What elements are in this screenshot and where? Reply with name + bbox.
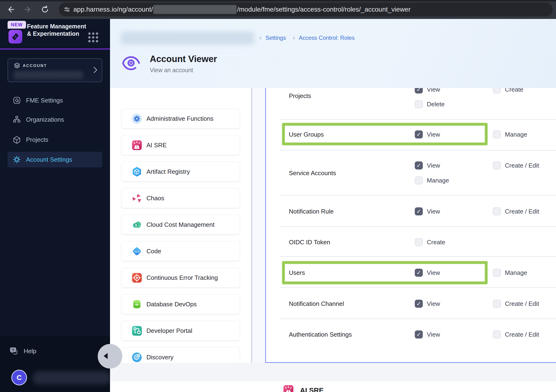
- admin-functions-icon: [131, 113, 142, 124]
- view-checkbox[interactable]: [415, 300, 423, 308]
- help-chat-icon: ?: [9, 347, 19, 355]
- sidebar-item-account-settings[interactable]: Account Settings: [8, 152, 102, 167]
- permission-cell: View: [415, 130, 440, 139]
- permission-resource: User Groups: [289, 131, 324, 138]
- url-prefix: app.harness.io/ng/account/: [73, 6, 153, 13]
- create-checkbox[interactable]: [493, 88, 501, 94]
- chevron-right-icon: [91, 67, 97, 73]
- browser-back-button[interactable]: [7, 5, 15, 14]
- manage-checkbox[interactable]: [415, 176, 423, 184]
- permission-resource: Projects: [289, 92, 311, 100]
- brand-accent-divider: [0, 48, 110, 49]
- permission-resource: Notification Channel: [289, 300, 344, 307]
- row-divider: [279, 256, 556, 257]
- app-grid-icon[interactable]: [87, 31, 99, 44]
- view-checkbox[interactable]: [415, 161, 423, 170]
- organizations-icon: [13, 116, 21, 124]
- permission-cell: View: [415, 161, 440, 170]
- projects-cube-icon: [13, 136, 21, 144]
- permissions-panel: Projects View Create Delete User Groups …: [265, 88, 556, 363]
- view-checkbox[interactable]: [415, 330, 423, 338]
- module-label: Chaos: [147, 195, 164, 202]
- module-item-cloud-cost-management[interactable]: $ Cloud Cost Management: [121, 215, 240, 235]
- next-role-title: AI SRE: [300, 386, 324, 392]
- module-item-continuous-error-tracking[interactable]: Continuous Error Tracking: [121, 268, 240, 288]
- permission-label: Create / Edit: [505, 300, 539, 307]
- code-icon: </>: [131, 246, 142, 257]
- collapse-left-arrow-icon: [104, 353, 108, 359]
- url-redacted-account-id: [153, 5, 237, 14]
- help-label: Help: [24, 347, 36, 355]
- continuous-error-tracking-icon: [131, 273, 142, 283]
- breadcrumb-settings-link[interactable]: Settings: [265, 35, 286, 41]
- module-label: Database DevOps: [147, 301, 197, 308]
- row-divider: [279, 319, 556, 319]
- ai-sre-card-icon: [283, 385, 294, 392]
- reload-icon: [41, 5, 49, 14]
- sidebar-item-projects[interactable]: Projects: [8, 132, 102, 148]
- module-item-code[interactable]: </> Code: [121, 241, 240, 261]
- view-checkbox[interactable]: [415, 269, 423, 277]
- view-checkbox[interactable]: [415, 130, 423, 139]
- site-settings-icon[interactable]: [64, 6, 70, 13]
- user-avatar[interactable]: C: [11, 370, 27, 385]
- sidebar-item-organizations[interactable]: Organizations: [8, 112, 102, 127]
- permission-label: Create: [505, 88, 523, 93]
- module-item-administrative-functions[interactable]: Administrative Functions: [121, 109, 240, 129]
- module-label: Discovery: [147, 354, 173, 361]
- module-item-developer-portal[interactable]: Developer Portal: [121, 321, 240, 341]
- permission-cell: Create / Edit: [493, 207, 539, 215]
- help-button[interactable]: ? Help: [9, 343, 80, 359]
- permission-cell: Create: [415, 238, 445, 246]
- permission-cell: Create: [493, 88, 523, 94]
- view-checkbox[interactable]: [415, 207, 423, 215]
- fme-product-logo[interactable]: [8, 30, 22, 44]
- permission-cell: Manage: [415, 176, 449, 184]
- browser-reload-button[interactable]: [41, 5, 49, 14]
- create-edit-checkbox[interactable]: [493, 161, 501, 170]
- permission-label: Manage: [505, 131, 527, 138]
- permission-label: View: [427, 131, 440, 138]
- permission-resource: Service Accounts: [289, 170, 336, 177]
- back-arrow-icon: [7, 5, 15, 14]
- sidebar-item-label: Account Settings: [26, 156, 72, 163]
- ai-sre-icon: [131, 140, 142, 150]
- permission-label: Delete: [427, 101, 445, 108]
- page-subtitle: View an account: [150, 67, 193, 74]
- manage-checkbox[interactable]: [493, 269, 501, 277]
- chaos-icon: [131, 193, 142, 204]
- breadcrumb-roles-link[interactable]: Access Control: Roles: [299, 35, 355, 41]
- view-checkbox[interactable]: [415, 88, 423, 94]
- module-item-database-devops[interactable]: ∞ Database DevOps: [121, 294, 240, 314]
- next-role-card: [110, 381, 556, 392]
- module-item-artifact-registry[interactable]: Artifact Registry: [121, 162, 240, 181]
- permission-resource: OIDC ID Token: [289, 239, 330, 246]
- delete-checkbox[interactable]: [415, 100, 423, 108]
- account-selector[interactable]: ACCOUNT: [8, 58, 102, 82]
- url-text[interactable]: app.harness.io/ng/account//module/fme/se…: [73, 5, 410, 14]
- module-item-ai-sre[interactable]: AI SRE: [121, 135, 240, 155]
- cloud-cost-management-icon: $: [131, 220, 142, 230]
- sidebar-item-fme-settings[interactable]: FME Settings: [8, 93, 102, 108]
- new-badge: NEW: [8, 21, 26, 29]
- create-checkbox[interactable]: [415, 238, 423, 246]
- address-bar[interactable]: app.harness.io/ng/account//module/fme/se…: [59, 3, 553, 16]
- create-edit-checkbox[interactable]: [493, 300, 501, 308]
- panel-gutter: [252, 88, 265, 363]
- sidebar-collapse-handle[interactable]: [98, 344, 122, 368]
- manage-checkbox[interactable]: [493, 130, 501, 139]
- module-item-chaos[interactable]: Chaos: [121, 188, 240, 208]
- breadcrumb-separator: ›: [293, 34, 295, 41]
- module-label: Administrative Functions: [147, 115, 213, 122]
- create-edit-checkbox[interactable]: [493, 330, 501, 338]
- create-edit-checkbox[interactable]: [493, 207, 501, 215]
- forward-arrow-icon: [23, 5, 32, 14]
- permission-cell: View: [415, 207, 440, 215]
- permission-resource: Notification Rule: [289, 208, 334, 215]
- sidebar-item-label: FME Settings: [26, 97, 63, 104]
- breadcrumb-separator: ›: [259, 34, 262, 41]
- module-label: Code: [147, 248, 161, 255]
- browser-forward-button[interactable]: [23, 5, 32, 14]
- permission-cell: Delete: [415, 100, 445, 108]
- permission-cell: Manage: [493, 269, 527, 277]
